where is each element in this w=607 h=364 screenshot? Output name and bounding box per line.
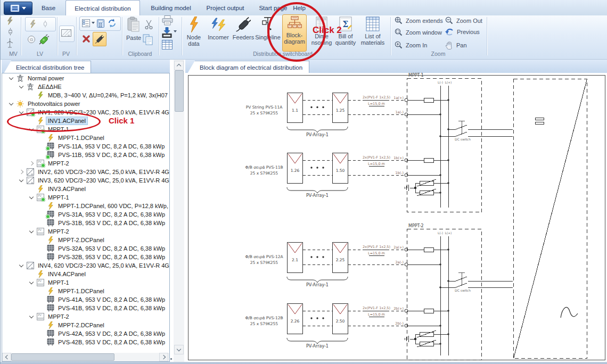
tree-item-label[interactable]: PVS-41B, 953 V DC, 8,2 A DC, 6,38 kWp	[56, 304, 167, 312]
insulator-icon[interactable]	[43, 20, 48, 28]
tree-item[interactable]: PVS-32A, 953 V DC, 8,2 A DC, 6,38 kWp	[2, 244, 170, 253]
collapse-arrow-icon[interactable]	[19, 84, 23, 88]
tab-electrical-distribution-tree[interactable]: Electrical distribution tree	[4, 61, 91, 73]
tree-item[interactable]: INV4.ACPanel	[2, 270, 170, 278]
tab-electrical-distribution[interactable]: Electrical distribution	[65, 0, 140, 16]
tree-item-label[interactable]: Photovoltaics power	[26, 100, 81, 107]
copy-icon[interactable]	[143, 34, 153, 45]
tree-options-icon[interactable]	[82, 19, 90, 27]
tree-item-label[interactable]: PVS-11A, 953 V DC, 8,2 A DC, 6,38 kWp	[56, 143, 166, 150]
collapse-arrow-icon[interactable]	[19, 110, 23, 114]
tree-item-label[interactable]: PVS-31B, 953 V DC, 8,2 A DC, 6,38 kWp	[56, 219, 167, 227]
tree-item[interactable]: INV1.ACPanel	[2, 117, 170, 125]
tree-item-label[interactable]: PVS-11B, 953 V DC, 8,2 A DC, 6,38 kWp	[56, 151, 166, 159]
tree-item[interactable]: INV1, 620 VDC/3~230 VAC, 25,0 kVA, E1VV-…	[2, 108, 170, 117]
cut-scissors-icon[interactable]	[144, 20, 153, 30]
lv-generator-button[interactable]: G	[26, 33, 37, 46]
tab-project-output[interactable]: Project output	[202, 0, 249, 15]
tab-base[interactable]: Base	[34, 0, 63, 15]
tree-item-label[interactable]: MPPT-1	[46, 194, 71, 201]
tree-item-label[interactable]: Normal power	[26, 75, 65, 82]
tree-item-label[interactable]: INV4.ACPanel	[46, 270, 87, 278]
connect-tool-button[interactable]	[93, 32, 106, 46]
tree-item[interactable]: PVS-32B, 953 V DC, 8,2 A DC, 6,38 kWp	[2, 253, 170, 261]
tree-item-label[interactable]: PVS-41A, 953 V DC, 8,2 A DC, 6,38 kWp	[56, 296, 167, 303]
tree-item[interactable]: MPPT-2.DCPanel	[2, 321, 170, 329]
tree-item[interactable]: PVS-42B, 953 V DC, 8,2 A DC, 6,38 kWp	[2, 338, 170, 346]
tree-item[interactable]: PVS-41A, 953 V DC, 8,2 A DC, 6,38 kWp	[2, 295, 170, 304]
calculator-icon[interactable]	[97, 19, 104, 28]
tree-horizontal-scrollbar[interactable]	[2, 353, 169, 361]
expand-arrow-icon[interactable]	[29, 161, 34, 166]
node-data-button[interactable]: Node data	[182, 15, 206, 59]
collapse-arrow-icon[interactable]	[29, 314, 34, 318]
tree-item-label[interactable]: PVS-42A, 953 V DC, 8,2 A DC, 6,38 kWp	[56, 330, 167, 337]
tree-item[interactable]: INV3.ACPanel	[2, 185, 170, 193]
export-icon[interactable]	[162, 27, 172, 38]
tree-item-label[interactable]: MPPT-1	[46, 126, 71, 133]
tree-item-label[interactable]: PVS-42B, 953 V DC, 8,2 A DC, 6,38 kWp	[56, 338, 167, 346]
previous-view-button[interactable]: Previous	[445, 28, 480, 36]
tree-item[interactable]: INV3, 620 VDC/3~230 VAC, 25,0 kVA, E1VV-…	[2, 176, 170, 185]
tree-item-label[interactable]: INV4, 620 VDC/3~230 VAC, 25,0 kVA, E1VV-…	[36, 262, 170, 269]
list-of-materials-button[interactable]: List of materials	[358, 15, 387, 59]
tree-item-label[interactable]: INV2, 620 VDC/3~230 VAC, 25,0 kVA, E1VV-…	[36, 168, 170, 176]
collapse-arrow-icon[interactable]	[19, 178, 23, 182]
collapse-arrow-icon[interactable]	[29, 127, 34, 131]
tree-item[interactable]: Photovoltaics power	[2, 100, 170, 108]
tree-item-label[interactable]: INV1, 620 VDC/3~230 VAC, 25,0 kVA, E1VV-…	[36, 109, 170, 116]
collapse-arrow-icon[interactable]	[29, 195, 34, 199]
tree-item-label[interactable]: ΔΕΔΔΗΕ	[36, 83, 63, 90]
collapse-arrow-icon[interactable]	[29, 280, 34, 284]
tree-item[interactable]: MDB, 3~400 V, ΔU=0,24%, P=1,2 kW, 3x(H07	[2, 91, 170, 100]
scroll-down-button[interactable]	[174, 345, 184, 354]
tree-item[interactable]: MPPT-1.DCPanel, 600 VDC, P=12,8 kWp,	[2, 202, 170, 210]
tree-item-label[interactable]: MPPT-1.DCPanel	[56, 134, 106, 142]
zoom-out-button[interactable]: Zoom Out	[445, 16, 482, 24]
tree-item-label[interactable]: MPPT-2	[46, 313, 71, 320]
tree-item[interactable]: MPPT-1.DCPanel	[2, 287, 170, 295]
collapse-arrow-icon[interactable]	[9, 76, 13, 80]
block-diagram-button[interactable]: Block- diagram	[282, 14, 307, 52]
collapse-arrow-icon[interactable]	[29, 229, 34, 233]
tree-item[interactable]: INV4, 620 VDC/3~230 VAC, 25,0 kVA, E1VV-…	[2, 261, 170, 270]
pv-button[interactable]	[59, 26, 75, 42]
tree-item-label[interactable]: MPPT-1	[46, 279, 71, 286]
tree-item-label[interactable]: INV3.ACPanel	[46, 185, 87, 193]
collapse-arrow-icon[interactable]	[19, 263, 23, 267]
chevron-down-icon[interactable]	[174, 30, 177, 32]
tree-item-label[interactable]: INV1.ACPanel	[46, 117, 87, 125]
zoom-in-button[interactable]: Zoom In	[395, 41, 427, 49]
mv-incomer-button[interactable]	[4, 15, 15, 26]
bolt-gray-icon[interactable]	[29, 20, 37, 28]
pan-button[interactable]: Pan	[445, 41, 467, 49]
incomer-button[interactable]: Incomer	[206, 15, 231, 59]
delete-button[interactable]	[80, 32, 92, 45]
tree-vertical-scrollbar[interactable]	[174, 60, 184, 362]
tab-block-diagram[interactable]: Block diagram of electrical distribution	[187, 61, 309, 73]
tree-item[interactable]: MPPT-2.DCPanel	[2, 236, 170, 244]
tree-item[interactable]: ΔΕΔΔΗΕ	[2, 82, 170, 91]
tree-item[interactable]: MPPT-1	[2, 193, 170, 202]
scrollbar-thumb[interactable]	[11, 353, 114, 361]
tree-item-label[interactable]: PVS-31A, 953 V DC, 8,2 A DC, 6,38 kWp	[56, 211, 167, 218]
tree-item-label[interactable]: PVS-32A, 953 V DC, 8,2 A DC, 6,38 kWp	[56, 245, 167, 252]
tree-item-label[interactable]: INV3, 620 VDC/3~230 VAC, 25,0 kVA, E1VV-…	[36, 177, 170, 184]
tree-item[interactable]: MPPT-1	[2, 125, 170, 134]
tab-start-page[interactable]: Start page	[252, 0, 294, 15]
expand-arrow-icon[interactable]	[19, 170, 23, 174]
tree-item[interactable]: MPPT-1	[2, 278, 170, 287]
scroll-left-button[interactable]	[2, 353, 11, 361]
refresh-icon[interactable]	[108, 19, 117, 28]
mv-wind-turbine-button[interactable]	[4, 37, 15, 49]
tree-item[interactable]: MPPT-2	[2, 312, 170, 321]
tree-item-label[interactable]: MPPT-1.DCPanel	[56, 287, 106, 295]
collapse-arrow-icon[interactable]	[9, 101, 13, 105]
tree-item[interactable]: Normal power	[2, 74, 170, 82]
tree-item[interactable]: PVS-31B, 953 V DC, 8,2 A DC, 6,38 kWp	[2, 219, 170, 227]
zoom-extends-button[interactable]: Zoom extends	[395, 16, 443, 24]
tree-item-label[interactable]: MPPT-2	[46, 160, 71, 167]
tree-item-label[interactable]: MDB, 3~400 V, ΔU=0,24%, P=1,2 kW, 3x(H07	[46, 92, 169, 99]
tree-item[interactable]: MPPT-2	[2, 227, 170, 236]
table-export-icon[interactable]	[162, 40, 173, 49]
